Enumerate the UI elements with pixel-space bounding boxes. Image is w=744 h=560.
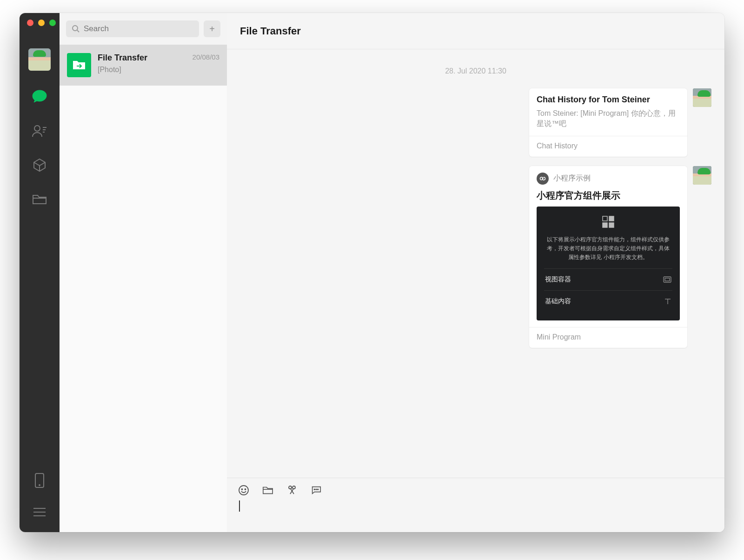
menu-icon[interactable] [31,503,48,521]
svg-point-24 [289,486,292,489]
phone-icon[interactable] [31,472,48,489]
card-footer-label: Mini Program [537,333,680,341]
divider [529,327,687,327]
mini-program-card[interactable]: 小程序示例 小程序官方组件展示 以下将展示小程序官方组件能力，组件样式仅供参考，… [529,166,687,348]
chat-header: File Transfer [227,13,724,49]
me-avatar[interactable] [28,48,51,71]
mini-program-title: 小程序官方组件展示 [537,189,680,202]
svg-point-21 [242,489,243,490]
svg-rect-13 [609,216,614,221]
svg-point-26 [314,489,315,490]
mini-program-row: 视图容器 [544,268,672,290]
zoom-window-button[interactable] [49,20,56,26]
svg-line-11 [77,30,79,32]
svg-point-25 [292,486,295,489]
minimize-window-button[interactable] [38,20,45,26]
svg-point-6 [39,485,40,486]
search-field[interactable] [84,24,193,33]
conversation-date: 20/08/03 [193,53,219,61]
sender-avatar[interactable] [693,166,711,185]
message-row: 小程序示例 小程序官方组件展示 以下将展示小程序官方组件能力，组件样式仅供参考，… [529,166,711,348]
new-chat-button[interactable]: + [204,20,220,37]
close-window-button[interactable] [27,20,33,26]
conversation-subtitle: [Photo] [98,66,186,74]
svg-rect-12 [603,216,607,221]
mini-program-row: 基础内容 [544,290,672,312]
mini-program-preview: 以下将展示小程序官方组件能力，组件样式仅供参考，开发者可根据自身需求自定义组件样… [537,207,680,321]
message-input-area [227,478,724,532]
svg-rect-14 [603,223,607,227]
row-label: 视图容器 [545,275,571,284]
chat-pane: File Transfer 28. Jul 2020 11:30 Chat Hi… [227,13,724,532]
svg-point-22 [245,489,246,490]
message-thread[interactable]: 28. Jul 2020 11:30 Chat History for Tom … [227,49,724,478]
date-separator: 28. Jul 2020 11:30 [445,67,506,75]
svg-rect-15 [609,223,614,227]
card-subtitle: Tom Steiner: [Mini Program] 你的心意，用星说™吧 [537,108,680,129]
mini-program-description: 以下将展示小程序官方组件能力，组件样式仅供参考，开发者可根据自身需求自定义组件样… [544,235,672,262]
screenshot-button[interactable] [286,485,298,496]
svg-point-28 [318,489,319,490]
text-icon [664,298,671,305]
contacts-tab-icon[interactable] [31,122,48,140]
svg-rect-17 [665,278,670,281]
svg-point-20 [239,486,248,495]
nav-sidebar [20,13,60,532]
search-icon [72,25,80,33]
container-icon [663,276,671,283]
mini-program-logo-icon [537,173,549,185]
search-row: + [60,13,227,45]
svg-point-0 [34,126,40,131]
chats-tab-icon[interactable] [31,87,48,105]
row-label: 基础内容 [545,297,571,306]
conversation-title: File Transfer [98,53,186,63]
input-toolbar [238,485,713,496]
emoji-button[interactable] [238,485,249,496]
chat-history-card[interactable]: Chat History for Tom Steiner Tom Steiner… [529,88,687,157]
window-controls [20,20,56,26]
search-input[interactable] [66,20,199,37]
svg-point-27 [316,489,317,490]
text-caret [239,500,240,512]
files-tab-icon[interactable] [31,191,48,208]
chat-history-button[interactable] [311,485,322,496]
chat-title: File Transfer [240,25,301,37]
card-footer-label: Chat History [537,142,680,150]
discover-tab-icon[interactable] [31,156,48,174]
app-window: + File Transfer [Photo] 20/08/03 File Tr… [20,13,724,532]
card-title: Chat History for Tom Steiner [537,95,680,105]
sender-avatar[interactable] [693,88,711,107]
file-transfer-avatar-icon [67,53,91,77]
conversation-item[interactable]: File Transfer [Photo] 20/08/03 [60,45,227,86]
divider [529,136,687,136]
grid-icon [544,215,672,229]
mini-program-name: 小程序示例 [553,173,591,183]
conversation-list: + File Transfer [Photo] 20/08/03 [60,13,227,532]
svg-point-10 [73,26,78,31]
message-input[interactable] [238,500,713,513]
message-row: Chat History for Tom Steiner Tom Steiner… [529,88,711,157]
send-file-button[interactable] [262,485,273,496]
